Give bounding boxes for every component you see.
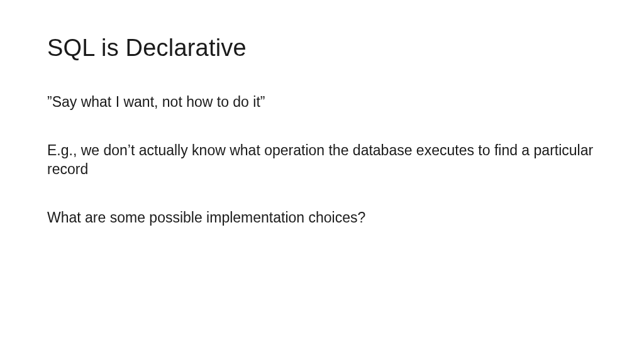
slide-title: SQL is Declarative [47, 35, 597, 62]
slide-paragraph-3: What are some possible implementation ch… [47, 209, 597, 227]
slide-paragraph-2: E.g., we don’t actually know what operat… [47, 141, 597, 178]
slide-paragraph-1: ”Say what I want, not how to do it” [47, 93, 597, 111]
